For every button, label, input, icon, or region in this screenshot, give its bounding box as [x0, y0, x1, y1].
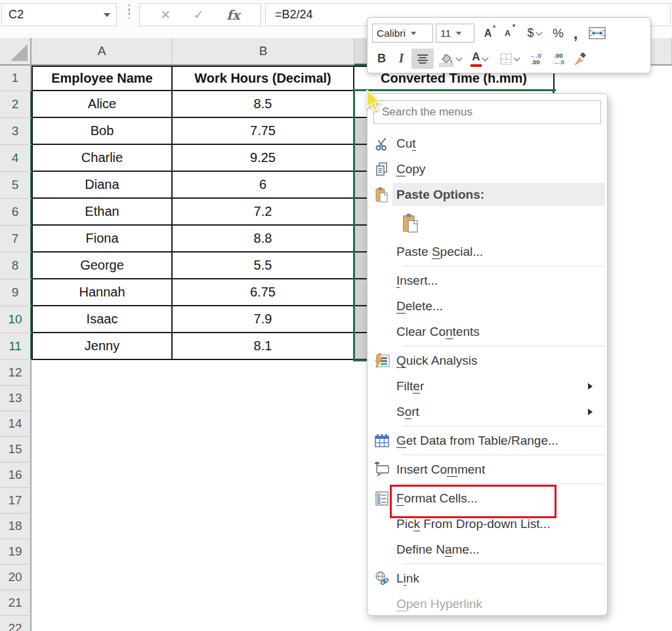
- row-header-13[interactable]: 13: [0, 386, 32, 411]
- row-header-2[interactable]: 2: [0, 91, 32, 118]
- menu-item-sort[interactable]: Sort: [368, 399, 607, 424]
- selection-border-left: [353, 89, 355, 361]
- cell-a10[interactable]: Isaac: [32, 306, 173, 333]
- cell-a9[interactable]: Hannah: [32, 279, 173, 306]
- menu-item-link[interactable]: Link: [368, 565, 607, 591]
- font-color-button[interactable]: A: [465, 49, 494, 69]
- cell-b11[interactable]: 8.1: [173, 333, 354, 360]
- cell-a1[interactable]: Employee Name: [32, 66, 173, 91]
- borders-button[interactable]: [495, 49, 524, 69]
- formula-buttons: ✕ ✓ fx: [139, 3, 261, 26]
- cell-b3[interactable]: 7.75: [173, 118, 354, 145]
- bold-button[interactable]: B: [372, 49, 391, 69]
- cell-b2[interactable]: 8.5: [173, 91, 354, 118]
- cell-b8[interactable]: 5.5: [173, 253, 354, 279]
- cell-b4[interactable]: 9.25: [173, 145, 354, 172]
- fill-color-button[interactable]: [436, 49, 465, 69]
- fill-color-dropdown-icon: [455, 54, 462, 61]
- row-header-16[interactable]: 16: [0, 462, 32, 488]
- cell-a11[interactable]: Jenny: [32, 333, 173, 360]
- name-box-dropdown-icon[interactable]: [104, 13, 110, 17]
- cell-a4[interactable]: Charlie: [32, 145, 173, 172]
- row-header-10[interactable]: 10: [0, 306, 32, 333]
- column-header-b[interactable]: B: [173, 38, 354, 64]
- menu-item-insert[interactable]: Insert...: [368, 268, 607, 293]
- menu-item-get-data-from-table-range[interactable]: Get Data from Table/Range...: [368, 428, 607, 453]
- row-header-8[interactable]: 8: [0, 253, 32, 279]
- row-header-17[interactable]: 17: [0, 488, 32, 514]
- decrease-decimal-icon: .00 →.0: [553, 52, 564, 66]
- currency-icon: $: [527, 26, 534, 40]
- menu-item-clear-contents[interactable]: Clear Contents: [368, 319, 607, 344]
- shrink-font-button[interactable]: A ▼: [498, 23, 517, 43]
- cell-a2[interactable]: Alice: [32, 91, 173, 118]
- column-header-a[interactable]: A: [32, 38, 173, 64]
- percent-style-button[interactable]: %: [549, 23, 568, 43]
- copy-icon: [368, 161, 396, 177]
- increase-decimal-icon: ←.0 .00: [530, 52, 541, 66]
- grow-font-button[interactable]: A ▲: [478, 23, 497, 43]
- quick-analysis-icon: [368, 353, 396, 369]
- cell-b9[interactable]: 6.75: [173, 279, 354, 306]
- name-box-value: C2: [9, 8, 24, 22]
- paste-icon: [401, 212, 421, 234]
- mini-toolbar-row-2: B I: [372, 46, 646, 71]
- row-header-4[interactable]: 4: [0, 145, 32, 172]
- decrease-decimal-button[interactable]: .00 →.0: [547, 49, 570, 69]
- italic-button[interactable]: I: [392, 49, 411, 69]
- row-header-18[interactable]: 18: [0, 514, 32, 539]
- cell-a3[interactable]: Bob: [32, 118, 173, 145]
- cell-a7[interactable]: Fiona: [32, 226, 173, 253]
- menu-item-format-cells[interactable]: Format Cells...: [368, 485, 607, 511]
- increase-decimal-button[interactable]: ←.0 .00: [524, 49, 547, 69]
- cell-b10[interactable]: 7.9: [173, 306, 354, 333]
- row-header-20[interactable]: 20: [0, 565, 32, 590]
- fill-color-indicator: [439, 63, 453, 67]
- menu-item-cut[interactable]: Cut: [368, 131, 607, 156]
- enter-icon[interactable]: ✓: [194, 7, 204, 22]
- font-size-combobox[interactable]: 11: [436, 24, 474, 43]
- accounting-format-button[interactable]: $: [520, 23, 548, 43]
- format-painter-button[interactable]: [570, 49, 589, 69]
- comma-style-button[interactable]: ,: [568, 23, 583, 43]
- cell-a5[interactable]: Diana: [32, 172, 173, 199]
- select-all-button[interactable]: [0, 38, 32, 64]
- row-header-1[interactable]: 1: [0, 66, 32, 91]
- row-header-7[interactable]: 7: [0, 226, 32, 253]
- menu-item-filter[interactable]: Filter: [368, 373, 607, 399]
- cell-b7[interactable]: 8.8: [173, 226, 354, 253]
- insert-function-icon[interactable]: fx: [226, 7, 240, 23]
- menu-item-copy[interactable]: Copy: [368, 156, 607, 182]
- search-input[interactable]: [373, 100, 601, 124]
- row-header-12[interactable]: 12: [0, 360, 32, 386]
- row-header-9[interactable]: 9: [0, 279, 32, 306]
- menu-item-insert-comment[interactable]: Insert Comment: [368, 457, 607, 482]
- merge-center-button[interactable]: [587, 23, 606, 43]
- row-header-5[interactable]: 5: [0, 172, 32, 199]
- menu-item-define-name[interactable]: Define Name...: [368, 537, 607, 562]
- menu-separator: [402, 563, 605, 564]
- row-header-3[interactable]: 3: [0, 118, 32, 145]
- row-header-15[interactable]: 15: [0, 437, 32, 462]
- cancel-icon[interactable]: ✕: [160, 7, 171, 22]
- row-header-6[interactable]: 6: [0, 199, 32, 226]
- menu-item-paste-special[interactable]: Paste Special...: [368, 239, 607, 264]
- cell-a8[interactable]: George: [32, 253, 173, 279]
- row-header-22[interactable]: 22: [0, 616, 32, 631]
- menu-item-delete[interactable]: Delete...: [368, 293, 607, 319]
- cell-a6[interactable]: Ethan: [32, 199, 173, 226]
- row-header-21[interactable]: 21: [0, 590, 32, 616]
- menu-item-pick-from-dropdown-list[interactable]: Pick From Drop-down List...: [368, 511, 607, 537]
- row-header-11[interactable]: 11: [0, 333, 32, 360]
- cell-b5[interactable]: 6: [173, 172, 354, 199]
- name-box[interactable]: C2: [1, 3, 117, 26]
- menu-item-quick-analysis[interactable]: Quick Analysis: [368, 348, 607, 373]
- row-header-14[interactable]: 14: [0, 411, 32, 437]
- row-header-19[interactable]: 19: [0, 539, 32, 565]
- cell-b1[interactable]: Work Hours (Decimal): [173, 66, 354, 91]
- paste-keep-source-button[interactable]: [368, 207, 607, 239]
- font-name-combobox[interactable]: Calibri: [372, 24, 433, 43]
- cell-b6[interactable]: 7.2: [173, 199, 354, 226]
- align-center-button[interactable]: [411, 49, 434, 69]
- merge-center-icon: [589, 27, 606, 39]
